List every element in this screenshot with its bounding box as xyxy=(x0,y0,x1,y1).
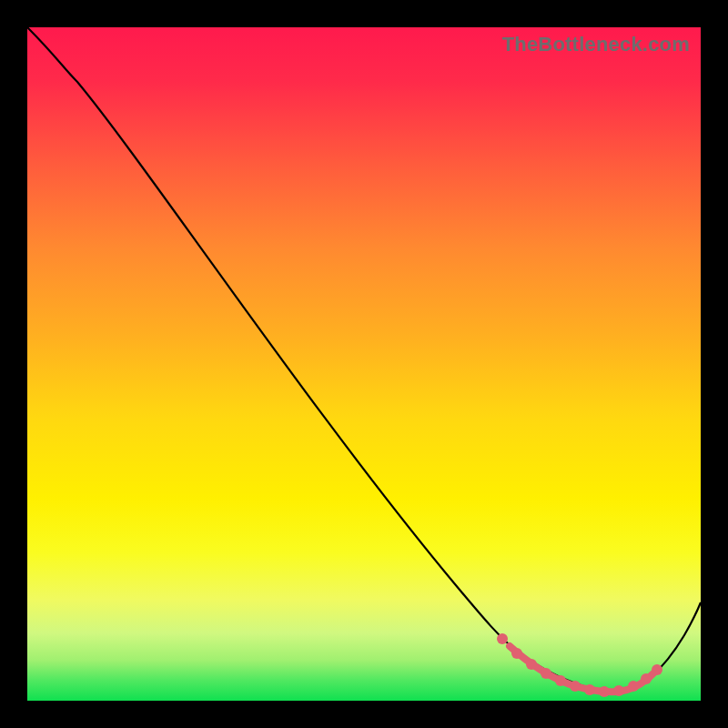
plot-area: TheBottleneck.com xyxy=(27,27,701,701)
highlight-dot xyxy=(555,675,566,686)
highlight-dot xyxy=(641,673,652,684)
highlight-dot xyxy=(628,681,639,692)
highlight-dot xyxy=(526,659,537,670)
chart-container: TheBottleneck.com xyxy=(0,0,728,728)
highlight-dot xyxy=(570,681,581,692)
curve-path xyxy=(27,27,701,691)
highlight-dot xyxy=(652,664,662,675)
highlight-dot xyxy=(541,668,551,679)
bottleneck-curve xyxy=(27,27,701,701)
highlight-dot xyxy=(511,648,522,659)
highlight-dot xyxy=(584,684,595,695)
highlight-dot xyxy=(599,686,610,697)
highlight-dot xyxy=(497,633,508,644)
highlight-dot xyxy=(613,685,624,696)
